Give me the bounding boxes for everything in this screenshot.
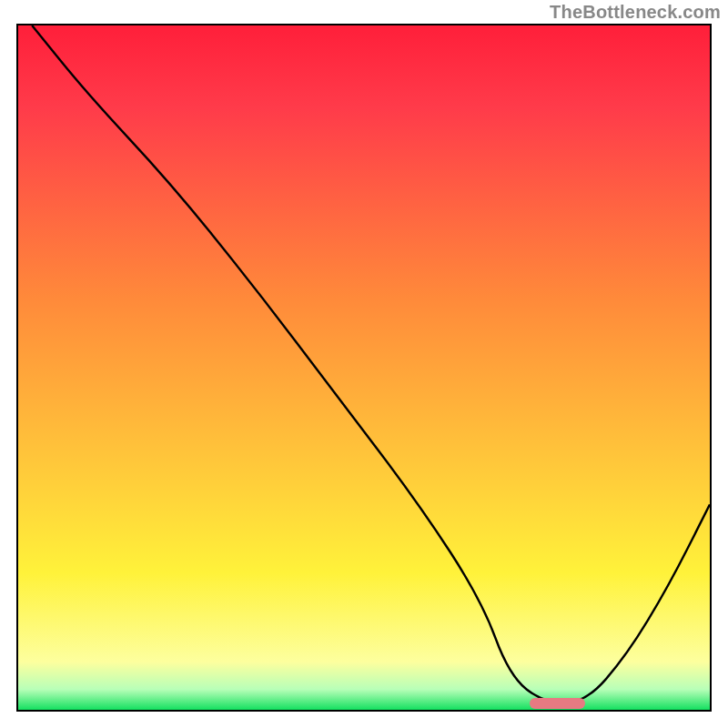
chart-container: TheBottleneck.com [0,0,728,728]
plot-area [16,24,712,712]
bottleneck-curve [32,25,710,703]
chart-svg [18,25,710,710]
watermark-text: TheBottleneck.com [550,2,721,23]
optimum-marker [530,698,585,709]
